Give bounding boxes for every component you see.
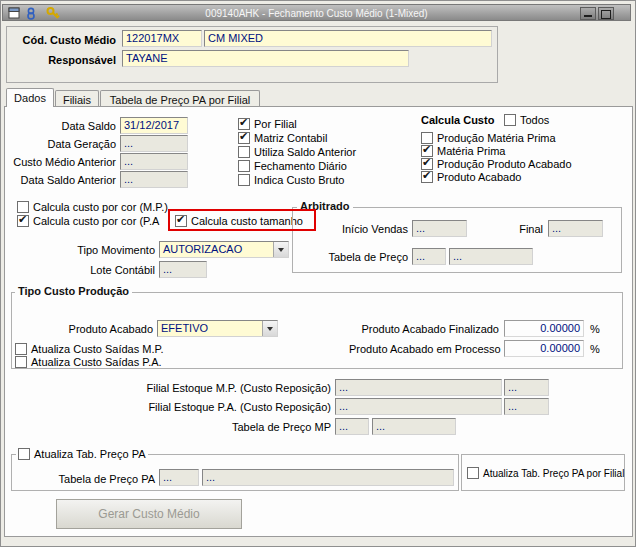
checkbox-calcula-custo-cor-mp[interactable]: Calcula custo por cor (M.P.) — [17, 200, 168, 214]
checkbox-box — [238, 118, 250, 130]
tabela-preco-mp-code-input[interactable]: ... — [335, 418, 369, 435]
chevron-down-icon[interactable] — [273, 242, 288, 257]
final-label: Final — [481, 223, 543, 235]
app-window: 009140AHK - Fechamento Custo Médio (1-Mi… — [0, 0, 636, 547]
checkbox-box — [504, 114, 516, 126]
custo-medio-anterior-input[interactable]: ... — [120, 153, 188, 170]
lote-contabil-label: Lote Contábil — [31, 264, 155, 276]
filial-estoque-pa-input[interactable]: ... — [335, 398, 502, 415]
produto-acabado-em-processo-label: Produto Acabado em Processo — [349, 343, 499, 355]
checkbox-label: Matriz Contabil — [254, 132, 327, 144]
data-saldo-input[interactable]: 31/12/2017 — [120, 117, 188, 134]
filial-estoque-mp-code-input[interactable]: ... — [504, 379, 549, 396]
filial-estoque-pa-code-input[interactable]: ... — [504, 398, 549, 415]
filial-estoque-pa-label: Filial Estoque P.A. (Custo Reposição) — [119, 401, 331, 413]
data-saldo-anterior-input[interactable]: ... — [120, 171, 188, 188]
checkbox-label: Produto Acabado — [437, 171, 521, 183]
checkbox-producao-produto-acabado[interactable]: Produção Produto Acabado — [421, 157, 572, 171]
data-saldo-label: Data Saldo — [3, 120, 116, 132]
cod-custo-medio-input[interactable]: 122017MX — [122, 30, 202, 47]
percent-sign: % — [590, 343, 600, 355]
tabela-preco-pa-code-input[interactable]: ... — [159, 469, 199, 486]
inicio-vendas-input[interactable]: ... — [412, 220, 467, 237]
lote-contabil-input[interactable]: ... — [159, 261, 207, 278]
calcula-custo-title: Calcula Custo — [421, 114, 494, 126]
checkbox-box — [15, 356, 27, 368]
checkbox-label: Produção Matéria Prima — [437, 132, 556, 144]
checkbox-produto-acabado[interactable]: Produto Acabado — [421, 170, 521, 184]
tabela-preco-desc-input[interactable]: ... — [449, 248, 533, 265]
tabela-preco-mp-desc-input[interactable]: ... — [372, 418, 456, 435]
tab-dados[interactable]: Dados — [6, 88, 54, 107]
checkbox-box — [15, 343, 27, 355]
custo-medio-anterior-label: Custo Médio Anterior — [3, 156, 116, 168]
checkbox-por-filial[interactable]: Por Filial — [238, 117, 297, 131]
minimize-button[interactable] — [580, 7, 596, 20]
maximize-button[interactable] — [598, 7, 614, 20]
responsavel-input[interactable]: TAYANE — [122, 50, 409, 67]
checkbox-label: Calcula custo por cor (P.A — [33, 215, 159, 227]
checkbox-indica-custo-bruto[interactable]: Indica Custo Bruto — [238, 173, 345, 187]
checkbox-calcula-custo-cor-pa[interactable]: Calcula custo por cor (P.A — [17, 214, 159, 228]
checkbox-label: Indica Custo Bruto — [254, 174, 345, 186]
final-input[interactable]: ... — [548, 220, 603, 237]
checkbox-atualiza-tab-preco-pa-por-filial[interactable]: Atualiza Tab. Preço PA por Filial — [467, 466, 624, 480]
checkbox-box — [238, 160, 250, 172]
checkbox-box — [17, 201, 29, 213]
checkbox-label: Por Filial — [254, 118, 297, 130]
checkbox-label: Atualiza Custo Saídas M.P. — [31, 343, 163, 355]
checkbox-label: Matéria Prima — [437, 145, 505, 157]
titlebar: 009140AHK - Fechamento Custo Médio (1-Mi… — [2, 4, 631, 21]
cod-custo-medio-label: Cód. Custo Médio — [3, 34, 116, 46]
tabela-preco-pa-desc-input[interactable]: ... — [202, 469, 454, 486]
checkbox-todos[interactable]: Todos — [504, 113, 549, 127]
checkbox-atualiza-custo-saidas-mp[interactable]: Atualiza Custo Saídas M.P. — [15, 342, 163, 356]
produto-acabado-value: EFETIVO — [158, 321, 262, 336]
highlight-box — [168, 209, 316, 231]
checkbox-label: Produção Produto Acabado — [437, 158, 572, 170]
chevron-down-icon[interactable] — [262, 321, 277, 336]
checkbox-label: Atualiza Custo Saídas P.A. — [31, 356, 162, 368]
tabela-preco-pa-label: Tabela de Preço PA — [31, 473, 155, 485]
tabela-preco-label: Tabela de Preço — [301, 251, 408, 263]
tab-tabela-preco-pa[interactable]: Tabela de Preço PA por Filial — [100, 90, 260, 106]
checkbox-box — [467, 467, 479, 479]
checkbox-label: Fechamento Diário — [254, 160, 347, 172]
tipo-movimento-label: Tipo Movimento — [31, 244, 155, 256]
filial-estoque-mp-input[interactable]: ... — [335, 379, 502, 396]
checkbox-materia-prima[interactable]: Matéria Prima — [421, 144, 505, 158]
checkbox-atualiza-tab-preco-pa[interactable]: Atualiza Tab. Preço PA — [16, 447, 148, 461]
checkbox-utiliza-saldo-anterior[interactable]: Utiliza Saldo Anterior — [238, 145, 356, 159]
responsavel-label: Responsável — [3, 54, 116, 66]
produto-acabado-em-processo-input[interactable]: 0.00000 — [504, 340, 584, 357]
checkbox-producao-materia-prima[interactable]: Produção Matéria Prima — [421, 131, 556, 145]
data-geracao-input[interactable]: ... — [120, 135, 188, 152]
checkbox-box — [238, 132, 250, 144]
checkbox-fechamento-diario[interactable]: Fechamento Diário — [238, 159, 347, 173]
produto-acabado-finalizado-label: Produto Acabado Finalizado — [349, 323, 499, 335]
percent-sign: % — [590, 323, 600, 335]
tipo-movimento-select[interactable]: AUTORIZACAO — [159, 241, 289, 258]
checkbox-label: Atualiza Tab. Preço PA — [34, 448, 146, 460]
tabela-preco-code-input[interactable]: ... — [412, 248, 446, 265]
cod-custo-medio-desc-input[interactable]: CM MIXED — [204, 30, 492, 47]
checkbox-box — [421, 171, 433, 183]
produto-acabado-select[interactable]: EFETIVO — [157, 320, 278, 337]
checkbox-atualiza-custo-saidas-pa[interactable]: Atualiza Custo Saídas P.A. — [15, 355, 162, 369]
tab-filiais[interactable]: Filiais — [55, 90, 99, 106]
data-saldo-anterior-label: Data Saldo Anterior — [3, 174, 116, 186]
produto-acabado-label: Produto Acabado — [31, 323, 153, 335]
gerar-custo-medio-button[interactable]: Gerar Custo Médio — [56, 499, 242, 529]
checkbox-box — [238, 146, 250, 158]
checkbox-box — [17, 215, 29, 227]
produto-acabado-finalizado-input[interactable]: 0.00000 — [504, 320, 584, 337]
checkbox-label: Todos — [520, 114, 549, 126]
tabela-preco-mp-label: Tabela de Preço MP — [119, 421, 331, 433]
checkbox-matriz-contabil[interactable]: Matriz Contabil — [238, 131, 327, 145]
checkbox-box — [238, 174, 250, 186]
checkbox-label: Utiliza Saldo Anterior — [254, 146, 356, 158]
window-title: 009140AHK - Fechamento Custo Médio (1-Mi… — [3, 8, 630, 19]
tipo-custo-producao-title: Tipo Custo Produção — [15, 285, 132, 297]
checkbox-box — [18, 448, 30, 460]
checkbox-label: Atualiza Tab. Preço PA por Filial — [483, 468, 624, 479]
